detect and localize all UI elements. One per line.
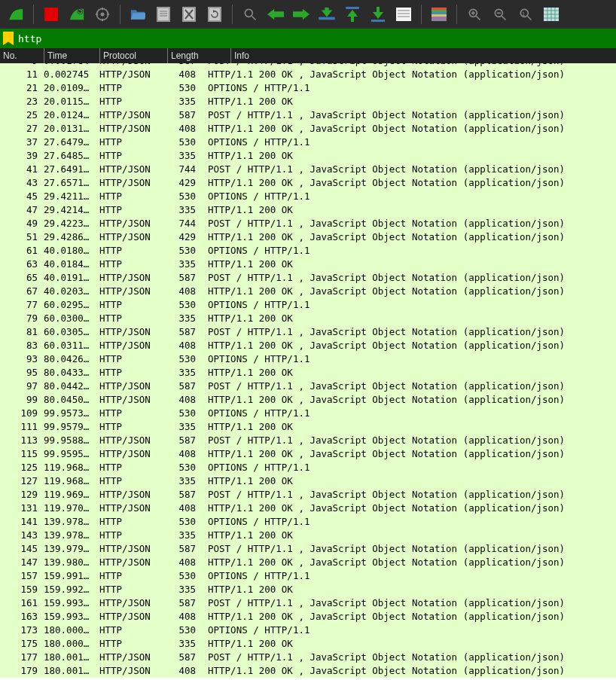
restart-capture-icon[interactable] [66,3,88,26]
packet-row[interactable]: 9780.0442…HTTP/JSON587POST / HTTP/1.1 , … [0,380,616,393]
cell-length: 744 [167,163,202,176]
resize-columns-icon[interactable] [540,3,563,26]
go-forward-icon[interactable] [290,3,313,26]
cell-protocol: HTTP/JSON [99,217,167,230]
packet-row[interactable]: 10999.9573…HTTP530OPTIONS / HTTP/1.1 [0,407,616,420]
packet-row[interactable]: 11399.9588…HTTP/JSON587POST / HTTP/1.1 ,… [0,434,616,447]
reload-file-icon[interactable] [203,3,226,26]
packet-row[interactable]: 4327.6571…HTTP/JSON429HTTP/1.1 200 OK , … [0,176,616,190]
display-filter-bar [0,29,616,48]
find-packet-icon[interactable] [239,3,261,26]
zoom-in-icon[interactable] [463,3,486,26]
packet-row[interactable]: 2720.0131…HTTP/JSON408HTTP/1.1 200 OK , … [0,122,616,136]
column-header-no[interactable]: No. [0,48,44,63]
packet-row[interactable]: 163159.993…HTTP/JSON408HTTP/1.1 200 OK ,… [0,610,616,624]
packet-row[interactable]: 127119.968…HTTP335HTTP/1.1 200 OK [0,474,616,488]
packet-row[interactable]: 179180.001…HTTP/JSON408HTTP/1.1 200 OK ,… [0,664,616,678]
cell-protocol: HTTP [99,515,167,529]
packet-row[interactable]: 7960.0300…HTTP335HTTP/1.1 200 OK [0,312,616,325]
column-header-time[interactable]: Time [44,48,99,63]
packet-row[interactable]: 141139.978…HTTP530OPTIONS / HTTP/1.1 [0,515,616,529]
cell-time: 180.001… [44,664,99,678]
packet-row[interactable]: 143139.978…HTTP335HTTP/1.1 200 OK [0,529,616,542]
packet-row[interactable]: 9580.0433…HTTP335HTTP/1.1 200 OK [0,366,616,380]
cell-length: 587 [167,271,202,285]
cell-length: 587 [167,542,202,556]
packet-row[interactable]: 147139.980…HTTP/JSON408HTTP/1.1 200 OK ,… [0,556,616,569]
packet-row[interactable]: 145139.979…HTTP/JSON587POST / HTTP/1.1 ,… [0,542,616,556]
packet-row[interactable]: 9980.0450…HTTP/JSON408HTTP/1.1 200 OK , … [0,393,616,407]
packet-row[interactable]: 4127.6491…HTTP/JSON744POST / HTTP/1.1 , … [0,163,616,176]
cell-info: POST / HTTP/1.1 , JavaScript Object Nota… [202,325,616,339]
cell-time: 40.0203… [44,285,99,298]
close-file-icon[interactable] [178,3,200,26]
column-header-length[interactable]: Length [167,48,230,63]
wireshark-logo-icon[interactable] [5,3,27,26]
packet-row[interactable]: 110.002745HTTP/JSON408HTTP/1.1 200 OK , … [0,68,616,81]
packet-row[interactable]: 8360.0311…HTTP/JSON408HTTP/1.1 200 OK , … [0,339,616,352]
packet-row[interactable]: 5129.4286…HTTP/JSON429HTTP/1.1 200 OK , … [0,230,616,244]
packet-row[interactable]: 4529.4211…HTTP530OPTIONS / HTTP/1.1 [0,190,616,203]
packet-row[interactable]: 2320.0115…HTTP335HTTP/1.1 200 OK [0,95,616,108]
auto-scroll-icon[interactable] [392,3,415,26]
packet-row[interactable]: 177180.001…HTTP/JSON587POST / HTTP/1.1 ,… [0,651,616,664]
stop-capture-icon[interactable] [40,3,63,26]
svg-rect-27 [346,7,359,9]
cell-time: 99.9595… [44,447,99,461]
packet-row[interactable]: 129119.969…HTTP/JSON587POST / HTTP/1.1 ,… [0,488,616,502]
packet-row[interactable]: 161159.993…HTTP/JSON587POST / HTTP/1.1 ,… [0,596,616,610]
packet-row[interactable]: 173180.000…HTTP530OPTIONS / HTTP/1.1 [0,624,616,637]
packet-row[interactable]: 131119.970…HTTP/JSON408HTTP/1.1 200 OK ,… [0,502,616,515]
cell-length: 530 [167,461,202,474]
packet-row[interactable]: 8160.0305…HTTP/JSON587POST / HTTP/1.1 , … [0,325,616,339]
display-filter-input[interactable] [17,29,613,48]
packet-row[interactable]: 7760.0295…HTTP530OPTIONS / HTTP/1.1 [0,298,616,312]
cell-time: 20.0109… [44,81,99,95]
column-header-protocol[interactable]: Protocol [99,48,167,63]
go-to-packet-icon[interactable] [316,3,338,26]
packet-row[interactable]: 6540.0191…HTTP/JSON587POST / HTTP/1.1 , … [0,271,616,285]
packet-row[interactable]: 9380.0426…HTTP530OPTIONS / HTTP/1.1 [0,352,616,366]
cell-no: 173 [3,624,44,637]
cell-info: HTTP/1.1 200 OK [202,312,616,325]
packet-row[interactable]: 125119.968…HTTP530OPTIONS / HTTP/1.1 [0,461,616,474]
capture-options-icon[interactable] [91,3,114,26]
packet-row[interactable]: 4929.4223…HTTP/JSON744POST / HTTP/1.1 , … [0,217,616,230]
cell-length: 335 [167,529,202,542]
column-header-info[interactable]: Info [230,48,616,63]
packet-list[interactable]: 90.001784HTTP/JSON587POST / HTTP/1.1 , J… [0,63,616,680]
cell-info: POST / HTTP/1.1 , JavaScript Object Nota… [202,651,616,664]
cell-time: 159.993… [44,596,99,610]
go-to-first-icon[interactable] [341,3,364,26]
cell-info: OPTIONS / HTTP/1.1 [202,81,616,95]
packet-row[interactable]: 11599.9595…HTTP/JSON408HTTP/1.1 200 OK ,… [0,447,616,461]
cell-info: HTTP/1.1 200 OK [202,637,616,651]
save-file-icon[interactable] [152,3,175,26]
cell-time: 139.980… [44,556,99,569]
colorize-icon[interactable] [428,3,450,26]
packet-row[interactable]: 2520.0124…HTTP/JSON587POST / HTTP/1.1 , … [0,108,616,122]
packet-row[interactable]: 6140.0180…HTTP530OPTIONS / HTTP/1.1 [0,244,616,258]
cell-no: 145 [3,542,44,556]
toolbar-separator [456,5,457,24]
cell-time: 60.0300… [44,312,99,325]
cell-protocol: HTTP [99,461,167,474]
packet-row[interactable]: 3927.6485…HTTP335HTTP/1.1 200 OK [0,149,616,163]
packet-row[interactable]: 157159.991…HTTP530OPTIONS / HTTP/1.1 [0,569,616,583]
packet-row[interactable]: 6340.0184…HTTP335HTTP/1.1 200 OK [0,258,616,271]
svg-line-49 [528,17,532,20]
bookmark-icon[interactable] [3,32,14,45]
packet-row[interactable]: 3727.6479…HTTP530OPTIONS / HTTP/1.1 [0,136,616,149]
go-back-icon[interactable] [264,3,287,26]
packet-row[interactable]: 2120.0109…HTTP530OPTIONS / HTTP/1.1 [0,81,616,95]
zoom-reset-icon[interactable]: 1 [514,3,537,26]
packet-row[interactable]: 4729.4214…HTTP335HTTP/1.1 200 OK [0,203,616,217]
open-file-icon[interactable] [127,3,149,26]
packet-row[interactable]: 11199.9579…HTTP335HTTP/1.1 200 OK [0,420,616,434]
cell-no: 127 [3,474,44,488]
packet-row[interactable]: 159159.992…HTTP335HTTP/1.1 200 OK [0,583,616,596]
go-to-last-icon[interactable] [367,3,389,26]
zoom-out-icon[interactable] [489,3,511,26]
packet-row[interactable]: 6740.0203…HTTP/JSON408HTTP/1.1 200 OK , … [0,285,616,298]
packet-row[interactable]: 175180.000…HTTP335HTTP/1.1 200 OK [0,637,616,651]
